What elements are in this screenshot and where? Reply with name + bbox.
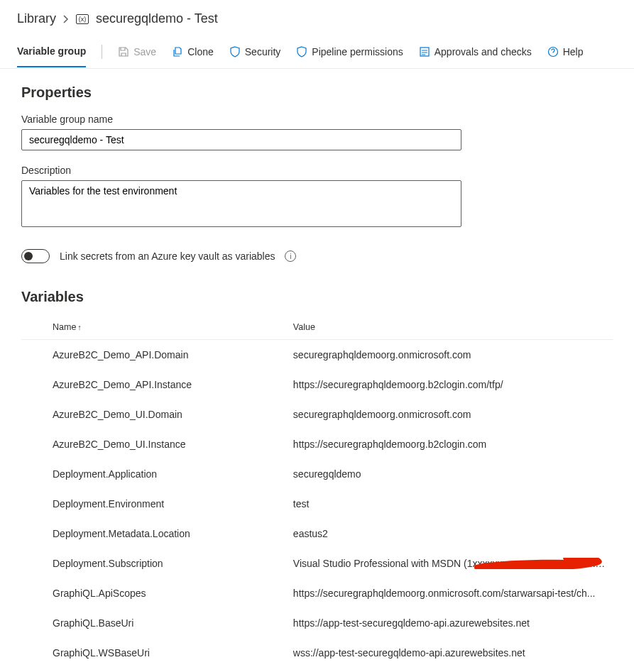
shield-icon xyxy=(296,46,307,57)
variables-heading: Variables xyxy=(21,289,613,305)
column-header-name[interactable]: Name↑ xyxy=(21,315,288,340)
link-key-vault-label: Link secrets from an Azure key vault as … xyxy=(60,250,275,262)
table-row[interactable]: Deployment.Metadata.Locationeastus2 xyxy=(21,519,613,549)
description-input[interactable] xyxy=(21,180,461,227)
security-label: Security xyxy=(245,46,281,57)
help-icon xyxy=(547,46,559,57)
save-label: Save xyxy=(133,46,156,57)
properties-heading: Properties xyxy=(21,84,613,101)
column-header-name-text: Name xyxy=(53,322,76,332)
approvals-and-checks-button[interactable]: Approvals and checks xyxy=(419,46,532,57)
breadcrumb: Library (x) securegqldemo - Test xyxy=(0,0,634,35)
help-button[interactable]: Help xyxy=(547,46,584,57)
pipeline-permissions-label: Pipeline permissions xyxy=(312,46,403,57)
link-key-vault-toggle[interactable] xyxy=(21,249,50,263)
table-row[interactable]: Deployment.SubscriptionVisual Studio Pro… xyxy=(21,549,613,578)
table-row[interactable]: GraphiQL.BaseUrihttps://app-test-secureg… xyxy=(21,608,613,638)
variable-value-cell[interactable]: securegraphqldemoorg.onmicrosoft.com xyxy=(288,340,613,370)
table-row[interactable]: Deployment.Applicationsecuregqldemo xyxy=(21,459,613,489)
table-row[interactable]: AzureB2C_Demo_UI.Instancehttps://secureg… xyxy=(21,429,613,459)
variable-name-cell[interactable]: AzureB2C_Demo_UI.Domain xyxy=(21,400,288,429)
tab-variable-group[interactable]: Variable group xyxy=(17,35,86,67)
variables-table: Name↑ Value AzureB2C_Demo_API.Domainsecu… xyxy=(21,315,613,668)
variable-name-cell[interactable]: Deployment.Environment xyxy=(21,489,288,519)
variable-name-cell[interactable]: GraphiQL.BaseUri xyxy=(21,608,288,638)
table-row[interactable]: AzureB2C_Demo_API.Domainsecuregraphqldem… xyxy=(21,340,613,370)
security-button[interactable]: Security xyxy=(229,46,281,57)
variable-name-cell[interactable]: AzureB2C_Demo_API.Domain xyxy=(21,340,288,370)
info-icon[interactable]: i xyxy=(285,250,296,262)
divider xyxy=(102,45,102,59)
variable-name-cell[interactable]: Deployment.Metadata.Location xyxy=(21,519,288,549)
variable-name-cell[interactable]: Deployment.Subscription xyxy=(21,549,288,578)
variable-value-cell[interactable]: securegraphqldemoorg.onmicrosoft.com xyxy=(288,400,613,429)
variable-value-cell[interactable]: Visual Studio Professional with MSDN (1x… xyxy=(288,549,613,578)
table-row[interactable]: Deployment.Environmenttest xyxy=(21,489,613,519)
clone-icon xyxy=(172,46,183,57)
shield-icon xyxy=(229,46,241,57)
help-label: Help xyxy=(563,46,584,57)
variable-value-cell[interactable]: https://securegraphqldemoorg.b2clogin.co… xyxy=(288,370,613,400)
clone-button[interactable]: Clone xyxy=(172,46,214,57)
variable-value-cell[interactable]: securegqldemo xyxy=(288,459,613,489)
save-icon xyxy=(118,46,129,57)
clone-label: Clone xyxy=(187,46,214,57)
variable-value-cell[interactable]: https://app-test-securegqldemo-api.azure… xyxy=(288,608,613,638)
table-row[interactable]: GraphiQL.ApiScopeshttps://securegraphqld… xyxy=(21,578,613,608)
variable-name-cell[interactable]: Deployment.Application xyxy=(21,459,288,489)
variable-group-name-label: Variable group name xyxy=(21,114,613,125)
variable-name-cell[interactable]: GraphiQL.WSBaseUri xyxy=(21,638,288,668)
command-bar: Variable group Save Clone Security Pipel… xyxy=(0,35,634,69)
variable-value-cell[interactable]: https://securegraphqldemoorg.onmicrosoft… xyxy=(288,578,613,608)
variable-name-cell[interactable]: GraphiQL.ApiScopes xyxy=(21,578,288,608)
column-header-value[interactable]: Value xyxy=(288,315,613,340)
table-row[interactable]: AzureB2C_Demo_UI.Domainsecuregraphqldemo… xyxy=(21,400,613,429)
description-label: Description xyxy=(21,165,613,176)
breadcrumb-library-link[interactable]: Library xyxy=(17,11,56,26)
toggle-knob xyxy=(24,252,33,260)
variable-name-cell[interactable]: AzureB2C_Demo_API.Instance xyxy=(21,370,288,400)
save-button: Save xyxy=(118,46,156,57)
chevron-right-icon xyxy=(63,15,69,23)
breadcrumb-current: securegqldemo - Test xyxy=(96,11,218,26)
variable-group-name-input[interactable] xyxy=(21,129,461,150)
pipeline-permissions-button[interactable]: Pipeline permissions xyxy=(296,46,403,57)
variable-group-icon: (x) xyxy=(76,14,89,24)
checklist-icon xyxy=(419,46,430,57)
table-row[interactable]: GraphiQL.WSBaseUriwss://app-test-secureg… xyxy=(21,638,613,668)
variable-value-cell[interactable]: test xyxy=(288,489,613,519)
table-row[interactable]: AzureB2C_Demo_API.Instancehttps://secure… xyxy=(21,370,613,400)
variable-value-cell[interactable]: eastus2 xyxy=(288,519,613,549)
variable-value-cell[interactable]: https://securegraphqldemoorg.b2clogin.co… xyxy=(288,429,613,459)
sort-ascending-icon: ↑ xyxy=(77,323,82,331)
variable-name-cell[interactable]: AzureB2C_Demo_UI.Instance xyxy=(21,429,288,459)
variable-value-cell[interactable]: wss://app-test-securegqldemo-api.azurewe… xyxy=(288,638,613,668)
approvals-label: Approvals and checks xyxy=(434,46,532,57)
